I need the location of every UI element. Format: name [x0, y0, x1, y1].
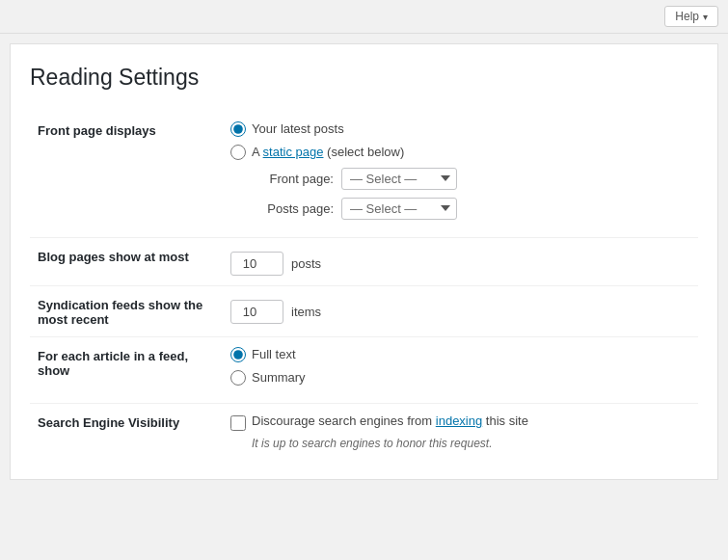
blog-pages-value: posts	[223, 237, 698, 285]
radio-static-label: A static page (select below)	[252, 145, 404, 159]
page-wrapper: Help ▾ Reading Settings Front page displ…	[0, 0, 728, 560]
posts-page-select[interactable]: — Select —	[341, 198, 457, 220]
radio-summary-input[interactable]	[230, 370, 246, 386]
syndication-input[interactable]	[230, 300, 283, 324]
blog-pages-label: Blog pages show at most	[38, 250, 189, 264]
help-button[interactable]: Help ▾	[664, 6, 718, 27]
search-visibility-label: Discourage search engines from indexing …	[252, 413, 528, 428]
search-engine-label: Search Engine Visibility	[38, 415, 179, 430]
search-engine-note: It is up to search engines to honor this…	[252, 437, 690, 450]
help-label: Help	[675, 10, 699, 23]
main-content: Reading Settings Front page displays You…	[10, 43, 718, 480]
front-page-options: Your latest posts A static page (select …	[223, 112, 698, 238]
radio-summary-label: Summary	[252, 370, 306, 385]
syndication-unit: items	[291, 305, 321, 319]
blog-pages-unit: posts	[291, 256, 321, 271]
feed-article-label: For each article in a feed, show	[38, 349, 188, 378]
blog-pages-input[interactable]	[230, 252, 283, 276]
page-title: Reading Settings	[30, 64, 698, 93]
front-page-row: Front page displays Your latest posts A …	[30, 112, 698, 238]
front-page-select[interactable]: — Select —	[341, 168, 457, 190]
search-engine-checkbox-row: Discourage search engines from indexing …	[230, 413, 690, 431]
radio-latest-label: Your latest posts	[252, 121, 344, 136]
blog-pages-row: Blog pages show at most posts	[30, 237, 698, 285]
radio-full-label: Full text	[252, 347, 296, 361]
radio-full-input[interactable]	[230, 347, 246, 362]
static-page-link[interactable]: static page	[263, 145, 324, 159]
radio-static-input[interactable]	[230, 145, 246, 160]
radio-latest-input[interactable]	[230, 121, 246, 137]
radio-full-text[interactable]: Full text	[230, 347, 690, 362]
front-page-label: Front page displays	[38, 123, 156, 138]
syndication-value: items	[223, 285, 698, 336]
front-page-select-label: Front page:	[252, 172, 334, 186]
radio-static-page[interactable]: A static page (select below)	[230, 145, 690, 160]
search-visibility-checkbox[interactable]	[230, 415, 246, 431]
feed-article-options: Full text Summary	[223, 336, 698, 403]
radio-latest-posts[interactable]: Your latest posts	[230, 121, 690, 137]
syndication-row: Syndication feeds show the most recent i…	[30, 285, 698, 336]
syndication-number-row: items	[230, 296, 690, 324]
blog-pages-number-row: posts	[230, 248, 690, 276]
top-bar: Help ▾	[0, 0, 728, 34]
settings-table: Front page displays Your latest posts A …	[30, 112, 698, 460]
front-page-select-row: Front page: — Select —	[252, 168, 690, 190]
radio-summary[interactable]: Summary	[230, 370, 690, 386]
feed-article-row: For each article in a feed, show Full te…	[30, 336, 698, 403]
chevron-down-icon: ▾	[703, 12, 708, 22]
posts-page-select-label: Posts page:	[252, 201, 334, 216]
search-engine-row: Search Engine Visibility Discourage sear…	[30, 403, 698, 460]
posts-page-select-row: Posts page: — Select —	[252, 198, 690, 220]
search-engine-options: Discourage search engines from indexing …	[223, 403, 698, 460]
indexing-link[interactable]: indexing	[436, 413, 482, 428]
syndication-label: Syndication feeds show the most recent	[38, 298, 202, 327]
